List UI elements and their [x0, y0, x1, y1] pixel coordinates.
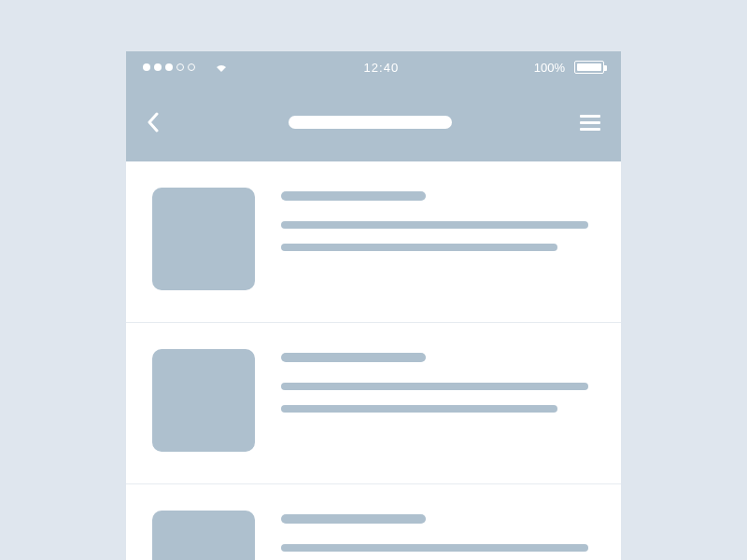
wifi-icon	[214, 62, 229, 73]
menu-icon[interactable]	[580, 115, 600, 131]
list-item-text	[281, 349, 595, 427]
list-item-line	[281, 383, 588, 390]
list-item-title	[281, 191, 426, 201]
list-item-line	[281, 544, 588, 552]
list-item-title	[281, 353, 426, 362]
list-item-line	[281, 244, 557, 251]
page-title	[289, 116, 452, 129]
list-item-title	[281, 514, 426, 524]
phone-frame: 12:40 100%	[126, 51, 621, 560]
status-bar: 12:40 100%	[126, 51, 621, 83]
battery-icon	[574, 61, 604, 74]
list-item[interactable]	[126, 161, 621, 323]
list-item[interactable]	[126, 323, 621, 484]
list-content	[126, 161, 621, 560]
list-item-line	[281, 405, 557, 413]
list-item[interactable]	[126, 484, 621, 560]
back-button[interactable]	[147, 112, 160, 133]
battery-percent: 100%	[534, 61, 565, 75]
thumbnail-placeholder	[152, 349, 255, 452]
signal-dots-icon	[143, 63, 195, 71]
list-item-text	[281, 188, 595, 266]
status-time: 12:40	[229, 61, 534, 75]
list-item-line	[281, 221, 588, 229]
thumbnail-placeholder	[152, 511, 255, 560]
list-item-text	[281, 511, 595, 560]
thumbnail-placeholder	[152, 188, 255, 290]
nav-bar	[126, 83, 621, 161]
